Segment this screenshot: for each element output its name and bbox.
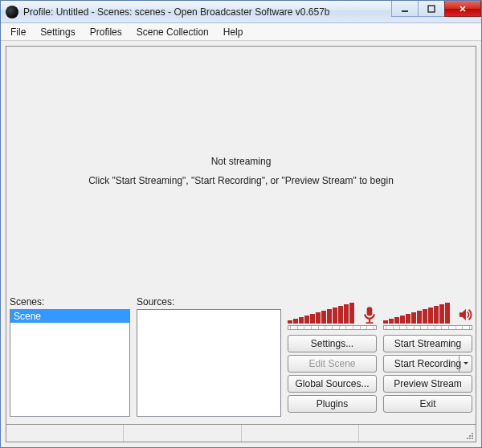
list-item[interactable]: Scene [10,310,129,323]
statusbar [6,425,476,442]
svg-rect-0 [402,10,408,12]
menu-settings[interactable]: Settings [34,25,81,39]
close-button[interactable] [444,1,481,17]
svg-rect-6 [469,438,471,439]
microphone-icon[interactable] [362,306,377,324]
scenes-label: Scenes: [10,296,130,309]
start-streaming-label: Start Streaming [394,338,461,349]
stream-status-text: Not streaming [211,156,272,167]
preview-stream-button[interactable]: Preview Stream [383,375,472,393]
app-icon [6,6,18,18]
sources-label: Sources: [137,296,281,309]
desktop-meter-bars [383,303,455,324]
start-recording-dropdown[interactable] [459,356,472,372]
client-area: Not streaming Click "Start Streaming", "… [1,41,481,447]
controls-column: Settings... Start Streaming Edit Scene S… [288,296,472,421]
speaker-icon[interactable] [458,306,472,324]
svg-rect-7 [472,435,473,437]
edit-scene-label: Edit Scene [308,358,355,369]
preview-stream-label: Preview Stream [394,378,462,389]
settings-button-label: Settings... [311,338,353,349]
svg-rect-5 [472,438,473,439]
start-recording-button[interactable]: Start Recording [383,355,472,373]
audio-meters [288,296,472,324]
edit-scene-button[interactable]: Edit Scene [288,355,377,373]
mic-meter-bars [288,303,360,324]
menubar: File Settings Profiles Scene Collection … [1,23,481,41]
lower-panel: Scenes: Sources: [6,295,476,425]
desktop-volume-slider[interactable] [383,325,472,333]
app-window: Profile: Untitled - Scenes: scenes - Ope… [0,0,482,448]
svg-rect-4 [366,322,374,324]
start-recording-label: Start Recording [394,358,461,369]
start-streaming-button[interactable]: Start Streaming [383,335,472,352]
window-controls [392,1,481,22]
menu-help[interactable]: Help [217,25,250,39]
volume-sliders [288,325,472,333]
mic-meter [288,303,377,324]
minimize-button[interactable] [391,1,419,17]
svg-rect-10 [472,433,473,434]
menu-profiles[interactable]: Profiles [84,25,129,39]
menu-file[interactable]: File [4,25,32,39]
chevron-down-icon [463,360,469,367]
status-cell [359,425,476,442]
global-sources-button[interactable]: Global Sources... [288,375,377,393]
menu-scene-collection[interactable]: Scene Collection [130,25,215,39]
maximize-icon [427,5,435,13]
window-title: Profile: Untitled - Scenes: scenes - Ope… [23,6,392,18]
status-cell [6,425,124,442]
control-buttons: Settings... Start Streaming Edit Scene S… [288,335,472,413]
preview-area: Not streaming Click "Start Streaming", "… [6,46,476,295]
status-cell [242,425,359,442]
plugins-button[interactable]: Plugins [288,395,377,413]
plugins-label: Plugins [317,398,348,409]
maximize-button[interactable] [418,1,445,17]
exit-label: Exit [419,398,435,409]
exit-button[interactable]: Exit [383,395,472,413]
svg-rect-1 [428,6,435,12]
settings-button[interactable]: Settings... [288,335,377,352]
status-cell [124,425,241,442]
resize-grip[interactable] [465,431,475,441]
titlebar[interactable]: Profile: Untitled - Scenes: scenes - Ope… [1,1,481,23]
stream-hint-text: Click "Start Streaming", "Start Recordin… [88,175,394,186]
svg-rect-2 [367,307,373,316]
minimize-icon [401,5,409,13]
sources-listbox[interactable] [137,309,281,417]
close-icon [459,5,467,13]
global-sources-label: Global Sources... [295,378,369,389]
svg-rect-9 [469,435,471,437]
svg-rect-3 [369,319,370,323]
mic-volume-slider[interactable] [288,325,377,333]
desktop-meter [383,303,472,324]
scenes-listbox[interactable]: Scene [10,309,130,417]
svg-rect-8 [467,438,468,439]
